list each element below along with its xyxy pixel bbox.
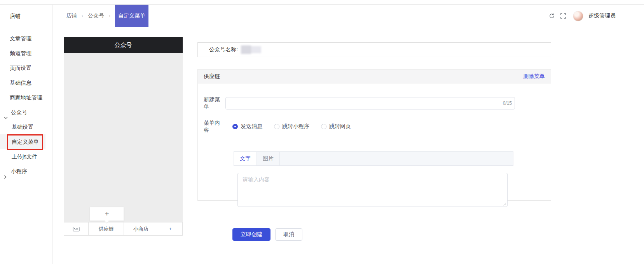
sidebar-item-label: 自定义菜单 xyxy=(12,139,39,145)
cancel-button[interactable]: 取消 xyxy=(275,228,302,241)
breadcrumb-shop[interactable]: 店铺 xyxy=(66,5,77,27)
tab-text[interactable]: 文字 xyxy=(234,152,257,165)
phone-screen: + xyxy=(64,53,183,222)
phone-preview: 公众号 + 供应链 小商店 + xyxy=(64,37,183,236)
menu-tab-supply-chain[interactable]: 供应链 xyxy=(88,222,124,235)
action-buttons: 立即创建 取消 xyxy=(232,228,302,241)
breadcrumb-separator: › xyxy=(109,5,110,27)
radio-label: 跳转网页 xyxy=(329,123,351,130)
new-menu-input[interactable] xyxy=(225,97,515,109)
radio-jump-webpage[interactable]: 跳转网页 xyxy=(321,123,351,130)
radio-icon xyxy=(321,124,326,129)
menu-content-row: 菜单内容 发送消息 跳转小程序 跳转网页 xyxy=(204,120,551,134)
keyboard-icon xyxy=(73,226,80,232)
account-name-value-redacted xyxy=(241,45,261,54)
phone-header: 公众号 xyxy=(64,37,183,53)
breadcrumb-official-account[interactable]: 公众号 xyxy=(88,5,104,27)
radio-label: 跳转小程序 xyxy=(282,123,309,130)
char-counter: 0/15 xyxy=(503,97,512,109)
keyboard-toggle-button[interactable] xyxy=(64,222,88,235)
add-menu-button[interactable]: + xyxy=(158,222,182,235)
radio-label: 发送消息 xyxy=(241,123,262,130)
sidebar-item-upload-js[interactable]: 上传js文件 xyxy=(0,149,52,164)
sidebar-group-mini-program[interactable]: 小程序 xyxy=(0,164,52,179)
create-now-button[interactable]: 立即创建 xyxy=(232,228,271,241)
tab-image[interactable]: 图片 xyxy=(257,152,280,165)
user-name[interactable]: 超级管理员 xyxy=(588,12,616,19)
sidebar-item-channel-management[interactable]: 频道管理 xyxy=(0,46,52,61)
chevron-right-icon xyxy=(4,170,7,184)
sidebar-item-page-settings[interactable]: 页面设置 xyxy=(0,61,52,75)
sidebar: 店铺 文章管理 频道管理 页面设置 基础信息 商家地址管理 公众号 基础设置 自… xyxy=(0,5,53,264)
new-menu-row: 新建菜单 0/15 xyxy=(204,96,551,110)
radio-icon xyxy=(274,124,279,129)
account-name-label: 公众号名称: xyxy=(209,46,238,53)
new-menu-input-wrap: 0/15 xyxy=(225,97,515,109)
menu-content-label: 菜单内容 xyxy=(204,120,224,134)
refresh-icon[interactable] xyxy=(549,13,555,19)
account-name-box: 公众号名称: xyxy=(197,42,551,57)
sidebar-item-basic-info[interactable]: 基础信息 xyxy=(0,75,52,90)
sidebar-item-merchant-address[interactable]: 商家地址管理 xyxy=(0,90,52,105)
radio-jump-mini-program[interactable]: 跳转小程序 xyxy=(274,123,309,130)
fullscreen-icon[interactable] xyxy=(560,13,566,19)
menu-content-radios: 发送消息 跳转小程序 跳转网页 xyxy=(232,123,351,130)
menu-tab-small-shop[interactable]: 小商店 xyxy=(124,222,158,235)
sidebar-group-label: 小程序 xyxy=(11,168,27,174)
radio-send-message[interactable]: 发送消息 xyxy=(232,123,262,130)
sidebar-group-label: 公众号 xyxy=(11,109,27,115)
new-menu-label: 新建菜单 xyxy=(204,96,224,110)
phone-menu-bar: 供应链 小商店 + xyxy=(64,222,183,236)
sidebar-menu: 文章管理 频道管理 页面设置 基础信息 商家地址管理 公众号 基础设置 自定义菜… xyxy=(0,31,52,179)
breadcrumb: 店铺 › 公众号 › 自定义菜单 xyxy=(66,5,148,27)
avatar[interactable] xyxy=(573,11,583,21)
breadcrumb-custom-menu[interactable]: 自定义菜单 xyxy=(115,5,148,27)
menu-title: 供应链 xyxy=(204,73,220,80)
sidebar-item-basic-settings[interactable]: 基础设置 xyxy=(0,120,52,134)
content-textarea-wrap xyxy=(237,173,508,207)
sidebar-item-custom-menu[interactable]: 自定义菜单 xyxy=(0,134,45,149)
editor-tabs: 文字 图片 xyxy=(234,151,513,166)
content-textarea[interactable] xyxy=(237,173,508,207)
menu-edit-card: 供应链 删除菜单 新建菜单 0/15 菜单内容 发送消息 跳转小程序 xyxy=(197,69,551,201)
radio-selected-icon xyxy=(232,124,238,129)
sidebar-group-official-account[interactable]: 公众号 xyxy=(0,105,52,120)
page: 店铺 文章管理 频道管理 页面设置 基础信息 商家地址管理 公众号 基础设置 自… xyxy=(0,0,644,264)
delete-menu-link[interactable]: 删除菜单 xyxy=(523,73,545,80)
sidebar-item-article-management[interactable]: 文章管理 xyxy=(0,31,52,46)
breadcrumb-separator: › xyxy=(82,5,83,27)
card-header: 供应链 删除菜单 xyxy=(198,69,551,83)
app-title: 店铺 xyxy=(0,5,52,27)
message-editor: 文字 图片 xyxy=(234,151,513,207)
topbar-actions: 超级管理员 xyxy=(549,5,616,27)
